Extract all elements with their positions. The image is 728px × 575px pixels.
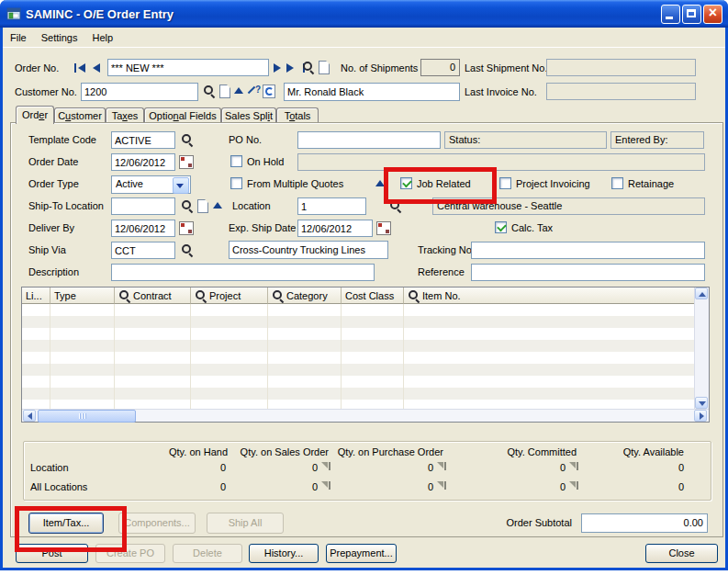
collapse-icon[interactable] [375,180,385,186]
scroll-down-icon[interactable] [695,397,708,409]
grid-cell[interactable] [50,316,115,328]
grid-row[interactable] [22,328,695,340]
ship-to-location-input[interactable] [111,197,175,215]
tab-order[interactable]: Order [16,106,54,124]
new-order-icon[interactable] [319,61,330,74]
grid-cell[interactable] [191,352,268,364]
nav-prev-icon[interactable] [93,63,100,73]
drilldown-icon[interactable] [437,481,447,491]
grid-cell[interactable] [268,316,342,328]
po-no-input[interactable] [297,131,441,149]
order-date-calendar-icon[interactable] [179,155,194,169]
ship-via-finder-icon[interactable] [181,243,194,256]
grid-cell[interactable] [268,376,342,388]
grid-cell[interactable] [191,304,268,316]
grid-cell[interactable] [191,316,268,328]
maximize-button[interactable] [682,5,701,24]
tab-customer[interactable]: Customer [54,107,106,123]
reference-input[interactable] [471,264,705,281]
grid-cell[interactable] [22,316,50,328]
grid-row[interactable] [22,364,695,376]
template-finder-icon[interactable] [181,133,194,146]
credit-check-icon[interactable] [247,85,261,96]
grid-cell[interactable] [22,388,50,400]
grid-cell[interactable] [50,328,115,340]
ship-to-finder-icon[interactable] [181,199,194,212]
grid-cell[interactable] [50,364,115,376]
post-button[interactable]: Post [16,544,88,563]
grid-cell[interactable] [342,316,404,328]
grid-cell[interactable] [404,340,695,352]
grid-cell[interactable] [268,364,342,376]
minimize-button[interactable] [661,5,680,24]
grid-cell[interactable] [342,328,404,340]
grid-cell[interactable] [268,304,342,316]
tab-sales-split[interactable]: Sales Split [221,107,276,123]
contract-finder-icon[interactable] [118,289,130,301]
grid-cell[interactable] [115,376,191,388]
nav-next-icon[interactable] [274,63,281,73]
order-date-input[interactable] [111,153,175,171]
grid-cell[interactable] [191,364,268,376]
col-item-no[interactable]: Item No. [404,288,695,304]
nav-first-icon[interactable] [78,63,85,73]
drilldown-icon[interactable] [321,481,331,491]
close-button[interactable]: Close [645,544,718,563]
grid-row[interactable] [22,316,695,328]
grid-cell[interactable] [342,304,404,316]
order-type-combobox[interactable]: Active [111,175,191,194]
order-finder-icon[interactable] [302,61,315,73]
scroll-thumb[interactable] [38,410,136,423]
grid-row[interactable] [22,340,695,352]
grid-cell[interactable] [404,388,695,400]
grid-cell[interactable] [404,328,695,340]
template-code-input[interactable] [111,131,175,149]
grid-cell[interactable] [268,340,342,352]
grid-cell[interactable] [50,376,115,388]
grid-cell[interactable] [268,328,342,340]
grid-horizontal-scrollbar[interactable] [22,409,709,422]
customer-finder-icon[interactable] [203,85,216,97]
col-project[interactable]: Project [191,288,268,304]
grid-cell[interactable] [115,304,191,316]
grid-vertical-scrollbar[interactable] [694,288,709,410]
deliver-by-input[interactable] [111,220,175,237]
grid-cell[interactable] [115,316,191,328]
ship-via-input[interactable] [111,242,175,259]
item-finder-icon[interactable] [408,289,420,301]
grid-cell[interactable] [191,328,268,340]
grid-row[interactable] [22,388,695,400]
grid-cell[interactable] [268,352,342,364]
drilldown-icon[interactable] [437,462,447,472]
grid-cell[interactable] [404,304,695,316]
grid-cell[interactable] [115,364,191,376]
menu-settings[interactable]: Settings [34,30,85,45]
col-cost-class[interactable]: Cost Class [342,288,404,304]
project-finder-icon[interactable] [195,289,207,301]
scroll-right-icon[interactable] [694,410,707,422]
order-no-input[interactable] [107,59,269,76]
grid-cell[interactable] [22,376,50,388]
grid-cell[interactable] [342,352,404,364]
close-window-button[interactable] [703,5,722,24]
grid-cell[interactable] [22,304,50,316]
grid-cell[interactable] [115,388,191,400]
grid-cell[interactable] [115,352,191,364]
grid-cell[interactable] [268,388,342,400]
exp-ship-calendar-icon[interactable] [376,221,391,235]
prepayment-button[interactable]: Prepayment... [326,544,397,563]
exp-ship-date-input[interactable] [297,220,373,237]
deliver-by-calendar-icon[interactable] [179,221,194,235]
description-input[interactable] [111,264,375,281]
menu-help[interactable]: Help [84,30,120,45]
new-customer-icon[interactable] [219,85,230,98]
grid-cell[interactable] [22,328,50,340]
grid-cell[interactable] [342,364,404,376]
ship-to-new-icon[interactable] [197,199,208,213]
combo-dropdown-icon[interactable] [173,177,189,194]
col-line[interactable]: Li... [22,288,50,304]
grid-cell[interactable] [50,388,115,400]
grid-cell[interactable] [342,388,404,400]
tab-totals[interactable]: Totals [276,107,319,123]
grid-row[interactable] [22,352,695,364]
